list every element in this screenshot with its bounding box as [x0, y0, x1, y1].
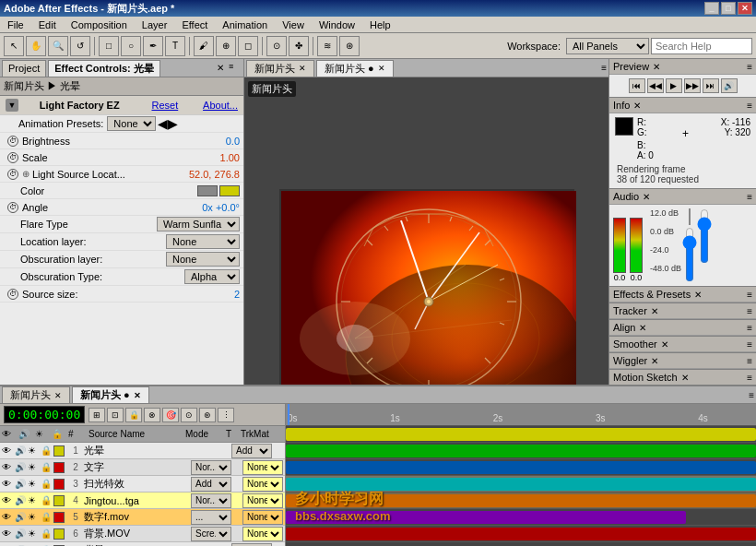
effects-presets-menu[interactable]: ≡: [747, 290, 752, 300]
layer6-vis[interactable]: 👁: [2, 528, 15, 539]
tl-bar-4[interactable]: [286, 478, 756, 491]
comp-tab-xinwen1[interactable]: 新闻片头 ✕: [246, 60, 314, 77]
layer5-trkmat[interactable]: None ▼: [242, 510, 283, 525]
tracker-menu[interactable]: ≡: [747, 306, 752, 316]
scale-value[interactable]: 1.00: [220, 152, 240, 163]
tool-text[interactable]: T: [165, 36, 185, 56]
menu-edit[interactable]: Edit: [35, 18, 60, 31]
audio-section-header[interactable]: Audio ✕ ≡: [609, 189, 756, 205]
tl-bar-3[interactable]: [286, 461, 756, 474]
layer7-mode[interactable]: Nor...: [231, 543, 272, 547]
tl-bar-5[interactable]: [286, 494, 756, 507]
layer1-solo[interactable]: ☀: [28, 445, 41, 456]
info-menu[interactable]: ≡: [747, 101, 752, 111]
motion-sketch-header[interactable]: Motion Sketch ✕ ≡: [609, 370, 756, 386]
tab-effect-controls[interactable]: Effect Controls: 光晕: [48, 60, 160, 77]
layer3-audio[interactable]: 🔊: [15, 479, 28, 489]
timeline-tab1[interactable]: 新闻片头 ✕: [2, 386, 70, 403]
info-close[interactable]: ✕: [633, 101, 641, 111]
scale-stopwatch[interactable]: ⏱: [7, 152, 18, 163]
layer1-audio[interactable]: 🔊: [15, 445, 28, 456]
maximize-button[interactable]: □: [721, 2, 736, 15]
layer6-audio[interactable]: 🔊: [15, 528, 28, 539]
obscuration-type-select[interactable]: Alpha: [184, 269, 240, 284]
tracker-header[interactable]: Tracker ✕ ≡: [609, 303, 756, 319]
layer3-solo[interactable]: ☀: [28, 479, 41, 489]
tracker-close[interactable]: ✕: [651, 306, 658, 316]
color-swatch[interactable]: [197, 185, 218, 196]
preview-menu[interactable]: ≡: [747, 62, 752, 72]
layer5-vis[interactable]: 👁: [2, 512, 15, 522]
search-help-input[interactable]: [651, 38, 752, 54]
tool-extra2[interactable]: ⊛: [339, 36, 360, 56]
menu-window[interactable]: Window: [315, 18, 359, 31]
tl-btn3[interactable]: 🔒: [125, 408, 142, 422]
tl-btn5[interactable]: 🎯: [162, 408, 179, 422]
info-section-header[interactable]: Info ✕ ≡: [609, 98, 756, 113]
wiggler-close[interactable]: ✕: [651, 356, 658, 366]
motion-sketch-close[interactable]: ✕: [681, 373, 689, 383]
layer3-vis[interactable]: 👁: [2, 479, 15, 489]
timeline-tab2-close[interactable]: ✕: [134, 391, 141, 400]
reset-button[interactable]: Reset: [151, 100, 178, 111]
preview-prev-frame[interactable]: ◀◀: [647, 78, 664, 93]
layer2-lock[interactable]: 🔒: [41, 462, 53, 472]
tl-btn7[interactable]: ⊛: [199, 408, 216, 422]
preview-close[interactable]: ✕: [653, 62, 660, 72]
tl-bar-1[interactable]: [286, 428, 756, 441]
layer2-vis[interactable]: 👁: [2, 462, 15, 472]
tool-mask-ellipse[interactable]: ○: [121, 36, 141, 56]
layer1-vis[interactable]: 👁: [2, 445, 15, 456]
wiggler-menu[interactable]: ≡: [747, 356, 752, 366]
audio-close[interactable]: ✕: [643, 192, 650, 202]
menu-effect[interactable]: Effect: [178, 18, 211, 31]
layer1-mode[interactable]: Add: [231, 444, 272, 458]
timeline-time-display[interactable]: 0:00:00:00: [4, 406, 85, 423]
smoother-menu[interactable]: ≡: [747, 339, 752, 350]
layer5-audio[interactable]: 🔊: [15, 512, 28, 522]
menu-help[interactable]: Help: [366, 18, 395, 31]
menu-layer[interactable]: Layer: [138, 18, 171, 31]
audio-menu[interactable]: ≡: [747, 192, 752, 202]
tl-bar-7[interactable]: [286, 528, 756, 540]
about-button[interactable]: About...: [203, 100, 238, 111]
brightness-value[interactable]: 0.0: [226, 136, 240, 147]
left-panel-menu[interactable]: ≡: [229, 62, 242, 75]
flare-type-select[interactable]: Warm Sunflare: [157, 217, 240, 231]
timeline-tab1-close[interactable]: ✕: [54, 391, 62, 400]
tool-pen[interactable]: ✒: [143, 36, 163, 56]
tl-btn4[interactable]: ⊗: [144, 408, 160, 422]
comp-panel-menu[interactable]: ≡: [601, 63, 607, 73]
tool-extra1[interactable]: ≋: [317, 36, 337, 56]
menu-view[interactable]: View: [278, 18, 308, 31]
tool-roto[interactable]: ⊙: [266, 36, 287, 56]
tool-select[interactable]: ↖: [4, 36, 24, 56]
layer2-solo[interactable]: ☀: [28, 462, 41, 472]
layer4-lock[interactable]: 🔒: [41, 495, 53, 505]
layer6-mode[interactable]: Scre...: [191, 527, 231, 541]
window-controls[interactable]: _ □ ✕: [704, 2, 752, 15]
comp-tab-xinwen2[interactable]: 新闻片头 ● ✕: [316, 60, 394, 77]
minimize-button[interactable]: _: [704, 2, 719, 15]
timeline-tab2[interactable]: 新闻片头 ● ✕: [72, 386, 149, 403]
preview-last[interactable]: ⏭: [703, 78, 719, 93]
tool-mask-rect[interactable]: □: [99, 36, 119, 56]
align-header[interactable]: Align ✕ ≡: [609, 320, 756, 336]
preview-first[interactable]: ⏮: [629, 78, 645, 93]
layer4-solo[interactable]: ☀: [28, 495, 41, 505]
preview-loop[interactable]: 🔊: [721, 78, 738, 93]
layer5-solo[interactable]: ☀: [28, 512, 41, 522]
tool-eraser[interactable]: ◻: [238, 36, 258, 56]
tool-hand[interactable]: ✋: [26, 36, 46, 56]
smoother-header[interactable]: Smoother ✕ ≡: [609, 337, 756, 352]
preview-play-stop[interactable]: ▶: [666, 78, 682, 93]
layer2-trkmat[interactable]: None ▼: [242, 460, 283, 475]
layer4-vis[interactable]: 👁: [2, 495, 15, 505]
layer4-trkmat[interactable]: None ▼: [242, 493, 283, 508]
audio-slider2[interactable]: [698, 208, 711, 264]
effects-presets-close[interactable]: ✕: [694, 290, 702, 300]
effects-presets-header[interactable]: Effects & Presets ✕ ≡: [609, 287, 756, 303]
layer6-lock[interactable]: 🔒: [41, 528, 53, 539]
expand-light-factory[interactable]: ▼: [6, 99, 18, 112]
layer5-mode[interactable]: ...: [191, 510, 231, 525]
